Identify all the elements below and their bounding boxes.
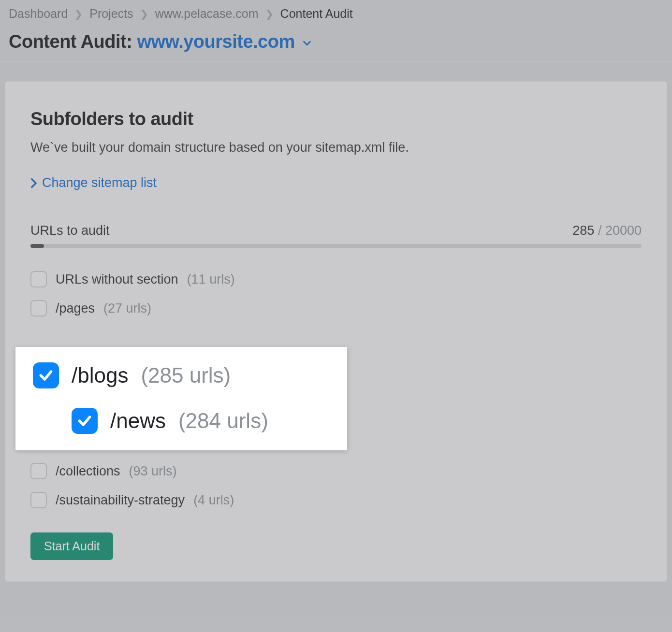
breadcrumb-dashboard[interactable]: Dashboard — [9, 7, 68, 21]
checkbox-unchecked[interactable] — [30, 300, 47, 316]
subfolders-card: Subfolders to audit We`ve built your dom… — [5, 81, 667, 582]
checkbox-unchecked[interactable] — [30, 492, 47, 508]
urls-to-audit-label: URLs to audit — [30, 223, 110, 238]
site-dropdown[interactable]: www.yoursite.com — [137, 31, 312, 52]
change-sitemap-link[interactable]: Change sitemap list — [30, 175, 642, 190]
breadcrumb-projects[interactable]: Projects — [89, 7, 133, 21]
urls-total: / 20000 — [598, 223, 642, 238]
folder-row-pages[interactable]: /pages (27 urls) — [30, 298, 642, 318]
folder-count: (284 urls) — [178, 409, 268, 433]
folder-label: /collections — [56, 464, 120, 479]
check-icon — [77, 413, 92, 429]
section-description: We`ve built your domain structure based … — [30, 140, 642, 155]
urls-count: 285 — [572, 223, 594, 238]
breadcrumb-project-name[interactable]: www.pelacase.com — [155, 7, 259, 21]
urls-progress-bar[interactable] — [30, 244, 642, 248]
page-title-prefix: Content Audit: — [9, 31, 132, 52]
chevron-down-icon — [302, 38, 312, 48]
urls-progress-fill — [30, 244, 44, 248]
folder-row-sustainability-strategy[interactable]: /sustainability-strategy (4 urls) — [30, 490, 642, 510]
checkbox-unchecked[interactable] — [30, 271, 47, 287]
page-header: Dashboard ❯ Projects ❯ www.pelacase.com … — [0, 0, 672, 62]
checkbox-unchecked[interactable] — [30, 463, 47, 479]
breadcrumb-current: Content Audit — [280, 7, 353, 21]
page-title: Content Audit: www.yoursite.com — [9, 31, 663, 52]
folder-count: (4 urls) — [193, 493, 234, 508]
checkbox-checked[interactable] — [72, 408, 98, 434]
check-icon — [38, 368, 54, 383]
chevron-right-icon — [30, 178, 37, 188]
chevron-right-icon: ❯ — [265, 8, 274, 20]
start-audit-button[interactable]: Start Audit — [30, 532, 113, 560]
urls-count-group: 285 / 20000 — [572, 223, 642, 238]
folder-row-news[interactable]: /news (284 urls) — [33, 408, 336, 434]
folder-label: URLs without section — [56, 272, 178, 287]
folder-row-collections[interactable]: /collections (93 urls) — [30, 461, 642, 481]
folder-count: (285 urls) — [141, 363, 231, 388]
folder-count: (11 urls) — [187, 272, 235, 287]
urls-to-audit-row: URLs to audit 285 / 20000 — [30, 223, 642, 238]
folder-row-blogs[interactable]: /blogs (285 urls) — [33, 362, 336, 388]
chevron-right-icon: ❯ — [140, 8, 148, 20]
folder-count: (93 urls) — [129, 464, 177, 479]
section-title: Subfolders to audit — [30, 109, 642, 129]
breadcrumb: Dashboard ❯ Projects ❯ www.pelacase.com … — [9, 4, 663, 31]
folder-row-urls-without-section[interactable]: URLs without section (11 urls) — [30, 269, 642, 289]
folder-label: /pages — [56, 301, 95, 316]
chevron-right-icon: ❯ — [74, 8, 83, 20]
folder-label: /news — [110, 409, 166, 433]
folder-count: (27 urls) — [103, 301, 151, 316]
checkbox-checked[interactable] — [33, 362, 59, 388]
page-title-site: www.yoursite.com — [137, 31, 294, 52]
change-sitemap-label: Change sitemap list — [42, 175, 157, 190]
folder-label: /blogs — [72, 363, 128, 388]
highlighted-selection: /blogs (285 urls) /news (284 urls) — [15, 347, 347, 450]
folder-label: /sustainability-strategy — [56, 493, 185, 508]
